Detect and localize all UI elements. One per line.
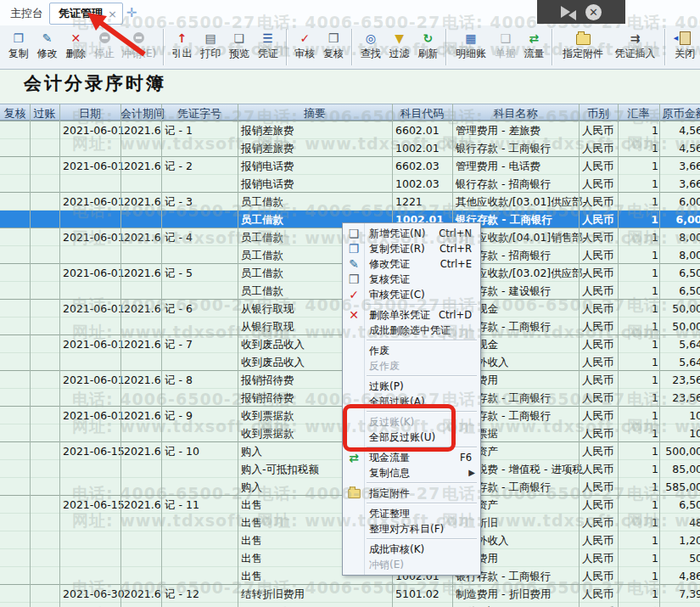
cell-amount: 5,640 <box>663 338 700 351</box>
cell-currency: 人民币 <box>582 195 618 210</box>
table-row[interactable]: 2021-06-012021.6记 - 2报销电话费6602.03管理费用 - … <box>0 156 700 174</box>
table-row[interactable]: 2021-06-302021.6记 - 12结转折旧费用5101.02制造费用 … <box>0 584 700 602</box>
toolbar-button-preview-icon[interactable]: ❏预览 <box>225 25 254 69</box>
cell-currency: 人民币 <box>582 516 618 531</box>
cell-rate: 1 <box>621 177 658 190</box>
toolbar-button-print-icon[interactable]: ▤打印 <box>196 25 225 69</box>
menu-item-label: 审核凭证(C) <box>369 289 425 301</box>
cell-period: 2021.6 <box>124 338 161 351</box>
edit-icon: ✎ <box>349 256 359 272</box>
menu-item-16[interactable]: 凭证整理 <box>343 506 480 521</box>
table-row[interactable]: 1602累计折旧人民币1 <box>0 602 700 607</box>
menu-shortcut: Ctrl+E <box>440 256 472 272</box>
media-play-icon[interactable] <box>561 6 570 18</box>
toolbar-button-voucher-icon[interactable]: ☰凭证 <box>254 25 283 69</box>
menu-item-7[interactable]: 作废 <box>343 343 480 358</box>
menu-item-13[interactable]: ⇄现金流量F6 <box>343 450 480 465</box>
menu-item-15[interactable]: 指定附件 <box>343 486 480 501</box>
toolbar-button-delete-icon[interactable]: ✕删除 <box>61 25 90 69</box>
toolbar-separator <box>445 29 447 65</box>
menu-item-14[interactable]: 复制信息▶ <box>343 465 480 481</box>
toolbar-button-label: 流量 <box>524 47 544 61</box>
cell-currency: 人民币 <box>582 267 618 281</box>
menu-item-6[interactable]: 成批删除选中凭证 <box>343 323 480 338</box>
menu-item-5[interactable]: ✕删除单张凭证Ctrl+D <box>343 307 480 323</box>
toolbar-button-export-icon[interactable]: ↑引出 <box>168 25 197 69</box>
column-divider <box>659 104 660 607</box>
menu-item-4[interactable]: ✓审核凭证(C) <box>343 287 480 302</box>
menu-item-9[interactable]: 过账(P) <box>343 379 480 394</box>
cell-period: 2021.6 <box>124 587 161 600</box>
column-header[interactable]: 复核 <box>0 106 30 121</box>
toolbar-button-insert-icon[interactable]: ⇉凭证插入 <box>609 25 662 69</box>
toolbar-button-filter-icon[interactable]: ▼过滤 <box>385 25 414 69</box>
cell-amount: 23,560 <box>663 391 700 404</box>
toolbar-button-folder-icon[interactable]: 指定附件 <box>557 25 609 69</box>
toolbar-button-review-icon[interactable]: ❒复核 <box>319 25 348 69</box>
toolbar-button-close-icon[interactable]: 关闭 <box>669 25 700 69</box>
column-header[interactable]: 币别 <box>579 106 618 121</box>
flow-icon: ⇄ <box>349 450 359 465</box>
tab-voucher-management[interactable]: 凭证管理 × <box>49 3 123 25</box>
cell-rate: 1 <box>621 374 658 386</box>
insert-icon: ⇉ <box>630 31 641 45</box>
toolbar-button-copy-icon[interactable]: ❐复制 <box>4 25 33 69</box>
column-header[interactable]: 会计期间 <box>120 106 161 121</box>
toolbar-button-refresh-icon[interactable]: ↻刷新 <box>413 25 442 69</box>
toolbar-button-label: 明细账 <box>456 47 486 61</box>
column-divider <box>238 104 238 607</box>
menu-item-3[interactable]: ❒复核凭证 <box>343 272 480 287</box>
menu-item-2[interactable]: ✎修改凭证Ctrl+E <box>343 256 480 272</box>
cell-code: 6602.03 <box>395 160 452 172</box>
menu-item-18[interactable]: 成批审核(K) <box>343 542 480 557</box>
table-row[interactable]: 报销电话费1002.03银行存款 - 招商银行人民币13,660 <box>0 174 700 192</box>
toolbar-button-ledger-icon[interactable]: ▦明细账 <box>451 25 491 69</box>
cell-currency: 人民币 <box>582 570 618 584</box>
toolbar-button-flow-icon[interactable]: ⇄流量 <box>520 25 549 69</box>
cell-currency: 人民币 <box>582 391 618 406</box>
cell-date: 2021-06-30 <box>63 587 120 600</box>
export-icon: ↑ <box>177 31 188 45</box>
column-header[interactable]: 摘要 <box>238 106 392 121</box>
menu-item-0[interactable]: ❏新增凭证(N)Ctrl+N <box>343 226 480 241</box>
flow-icon: ⇄ <box>529 31 540 45</box>
column-header[interactable]: 汇率 <box>618 106 659 121</box>
tab-main-console[interactable]: 主控台 <box>10 6 43 21</box>
cell-amount: 6,500 <box>663 498 700 511</box>
menu-item-19: 冲销(E) <box>343 557 480 572</box>
cell-period: 2021.6 <box>124 195 161 208</box>
add-tab-icon[interactable]: ✛ <box>124 5 139 20</box>
toolbar-button-audit-icon[interactable]: ✓审核 <box>291 25 320 69</box>
table-row[interactable]: 报销差旅费1002.01银行存款 - 工商银行人民币14,568 <box>0 138 700 156</box>
cell-rate: 1 <box>621 587 658 600</box>
cell-currency: 人民币 <box>582 249 618 263</box>
cell-rate: 1 <box>621 427 658 440</box>
column-header[interactable]: 原币金额 <box>659 106 700 121</box>
delete-icon: ✕ <box>70 31 81 45</box>
cell-currency: 人民币 <box>582 409 618 424</box>
column-header[interactable]: 过账 <box>30 106 59 121</box>
toolbar-button-search-icon[interactable]: ◎查找 <box>356 25 385 69</box>
toolbar-button-edit-icon[interactable]: ✎修改 <box>33 25 62 69</box>
menu-item-label: 反作废 <box>369 360 400 372</box>
capture-overlay: ✕ <box>537 0 625 24</box>
cell-rate: 1 <box>621 160 658 172</box>
column-header[interactable]: 科目代码 <box>392 106 452 121</box>
menu-item-17[interactable]: 整理对方科目(F) <box>343 521 480 537</box>
column-header[interactable]: 日期 <box>59 106 120 121</box>
tab-voucher-management-label: 凭证管理 <box>59 6 103 21</box>
table-row[interactable]: 2021-06-012021.6记 - 1报销差旅费6602.01管理费用 - … <box>0 121 700 138</box>
cell-rate: 1 <box>621 142 658 155</box>
cell-voucher: 记 - 10 <box>165 445 237 459</box>
cell-rate: 1 <box>621 302 658 315</box>
table-row[interactable]: 2021-06-012021.6记 - 3员工借款1221其他应收款/[03.0… <box>0 192 700 210</box>
close-tab-icon[interactable]: × <box>108 8 117 20</box>
menu-item-label: 整理对方科目(F) <box>369 523 444 535</box>
audit-icon: ✓ <box>300 31 311 45</box>
capture-close-icon[interactable]: ✕ <box>585 4 602 20</box>
column-header[interactable]: 凭证字号 <box>161 106 238 121</box>
cell-rate: 1 <box>621 249 658 261</box>
menu-item-1[interactable]: ❐复制凭证(R)Ctrl+R <box>343 241 480 256</box>
column-header[interactable]: 科目名称 <box>452 106 579 121</box>
cell-code: 1221 <box>395 195 452 208</box>
